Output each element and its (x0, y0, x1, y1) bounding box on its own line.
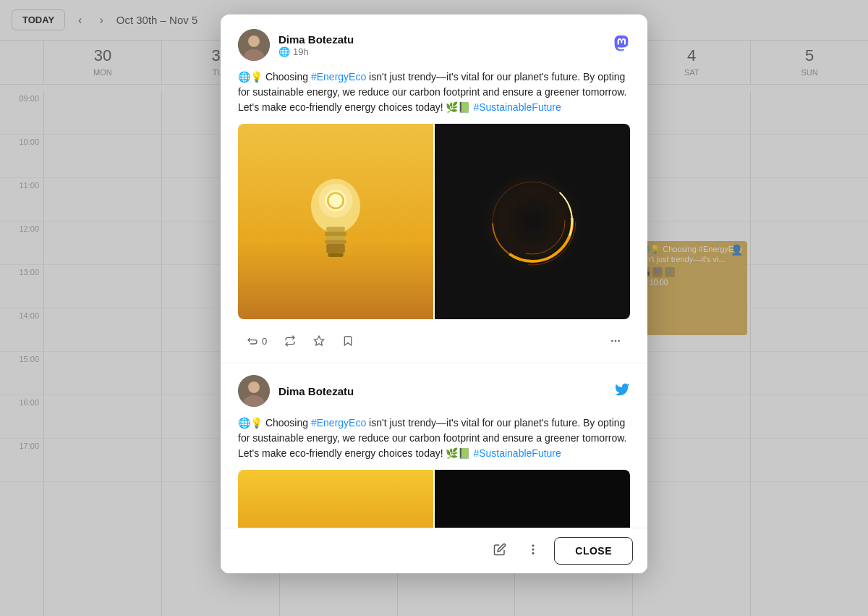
bulb-illustration (292, 164, 379, 279)
post-2-text: 🌐💡 Choosing #EnergyEco isn't just trendy… (238, 415, 630, 461)
post-1-time: 19h (293, 46, 309, 57)
svg-point-25 (618, 340, 620, 342)
svg-rect-14 (328, 253, 343, 257)
post-1-text: 🌐💡 Choosing #EnergyEco isn't just trendy… (238, 69, 630, 115)
avatar-2 (238, 375, 270, 407)
hashtag-energyeco-2[interactable]: #EnergyEco (311, 417, 366, 429)
modal-body[interactable]: Dima Botezatu 🌐 19h 🌐💡 Choosing #EnergyE… (221, 14, 647, 528)
svg-point-24 (615, 340, 617, 342)
star-button-1[interactable] (305, 331, 333, 351)
post-1-actions: 0 (238, 328, 630, 354)
post-2-image-left (238, 470, 433, 528)
avatar-1 (238, 29, 270, 61)
post-2-header: Dima Botezatu (238, 375, 630, 407)
svg-point-29 (249, 382, 259, 392)
post-1-image-left (238, 124, 433, 319)
svg-point-31 (532, 548, 535, 550)
reply-button-1[interactable]: 0 (238, 331, 276, 351)
globe-icon-1: 🌐 (278, 46, 290, 57)
post-card-2: Dima Botezatu 🌐💡 Choosing #EnergyEco isn… (221, 363, 647, 528)
mastodon-badge-1 (613, 35, 630, 56)
svg-rect-13 (326, 244, 345, 253)
reply-count-1: 0 (262, 336, 267, 347)
more-options-button[interactable] (521, 539, 545, 564)
post-1-header: Dima Botezatu 🌐 19h (238, 29, 630, 61)
svg-marker-22 (315, 336, 324, 345)
svg-rect-11 (326, 236, 345, 240)
svg-point-3 (249, 36, 259, 46)
bookmark-button-1[interactable] (333, 331, 362, 351)
more-button-1[interactable] (601, 331, 630, 351)
svg-point-30 (532, 544, 535, 547)
post-2-image-right (435, 470, 630, 528)
post-1-image-right (435, 124, 630, 319)
post-2-user-info: Dima Botezatu (278, 385, 614, 397)
retweet-button-1[interactable] (276, 331, 305, 351)
post-2-username: Dima Botezatu (278, 385, 614, 397)
svg-rect-12 (325, 240, 346, 244)
svg-point-32 (532, 552, 535, 554)
svg-rect-10 (325, 232, 346, 236)
hashtag-sustainablefuture-2[interactable]: #SustainableFuture (473, 447, 561, 459)
twitter-badge-2 (614, 381, 630, 401)
hashtag-sustainablefuture-1[interactable]: #SustainableFuture (473, 101, 561, 113)
edit-icon-button[interactable] (488, 539, 512, 564)
svg-point-23 (611, 340, 613, 342)
close-button[interactable]: CLOSE (554, 537, 633, 565)
post-2-images-partial (238, 470, 630, 528)
svg-point-15 (482, 171, 583, 272)
svg-rect-9 (326, 227, 345, 231)
post-modal: Dima Botezatu 🌐 19h 🌐💡 Choosing #EnergyE… (221, 14, 647, 573)
modal-footer: CLOSE (221, 528, 647, 573)
hashtag-energyeco-1[interactable]: #EnergyEco (311, 71, 366, 83)
post-1-username: Dima Botezatu (278, 33, 613, 46)
post-card-1: Dima Botezatu 🌐 19h 🌐💡 Choosing #EnergyE… (221, 14, 647, 363)
post-1-user-info: Dima Botezatu 🌐 19h (278, 33, 613, 57)
ring-illustration (475, 164, 590, 279)
post-1-images (238, 124, 630, 319)
post-1-meta: 🌐 19h (278, 46, 613, 57)
